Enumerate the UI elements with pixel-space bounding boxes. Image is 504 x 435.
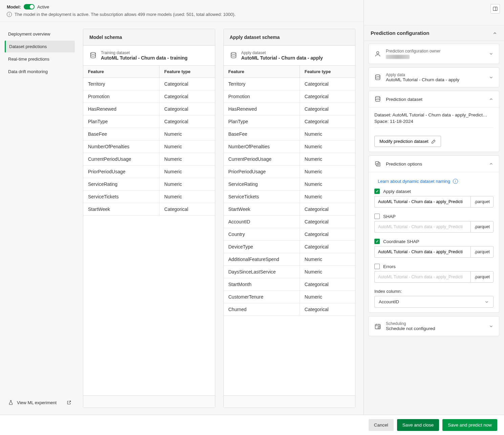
model-schema-rows: TerritoryCategoricalPromotionCategorical… bbox=[83, 78, 215, 395]
sidebar-item-dataset-predictions[interactable]: Dataset predictions bbox=[5, 41, 75, 52]
feature-type-cell: Numeric bbox=[300, 166, 355, 178]
feature-cell: StartWeek bbox=[224, 203, 300, 215]
feature-cell: Territory bbox=[83, 78, 159, 90]
feature-cell: CurrentPeriodUsage bbox=[224, 153, 300, 165]
table-row: ServiceTicketsNumeric bbox=[224, 191, 355, 203]
feature-type-cell: Numeric bbox=[300, 191, 355, 203]
table-row: TerritoryCategorical bbox=[83, 78, 215, 90]
save-and-predict-button[interactable]: Save and predict now bbox=[442, 419, 497, 431]
table-row: PlanTypeCategorical bbox=[83, 115, 215, 128]
model-status-bar: Model: Active i The model in the deploym… bbox=[0, 0, 364, 22]
feature-type-cell: Numeric bbox=[300, 253, 355, 265]
table-row: DeviceTypeCategorical bbox=[224, 241, 355, 253]
feature-cell: ServiceRating bbox=[83, 178, 159, 190]
sidebar-item-realtime-predictions[interactable]: Real-time predictions bbox=[5, 53, 75, 65]
chevron-down-icon bbox=[489, 324, 494, 329]
model-info-text: The model in the deployment is active. T… bbox=[15, 12, 236, 18]
apply-data-label: Apply data bbox=[386, 72, 459, 77]
feature-type-cell: Categorical bbox=[300, 278, 355, 290]
feature-type-cell: Categorical bbox=[300, 90, 355, 103]
feature-type-cell: Categorical bbox=[159, 203, 215, 215]
table-row: NumberOfPenaltiesNumeric bbox=[224, 140, 355, 153]
file-ext: .parquet bbox=[470, 221, 494, 233]
cancel-button[interactable]: Cancel bbox=[369, 419, 394, 431]
feature-type-cell: Numeric bbox=[300, 178, 355, 190]
table-row: PriorPeriodUsageNumeric bbox=[224, 166, 355, 178]
errors-checkbox[interactable] bbox=[374, 264, 380, 269]
table-row: CurrentPeriodUsageNumeric bbox=[224, 153, 355, 166]
shap-filename-input bbox=[374, 221, 470, 233]
owner-card[interactable]: Prediction configuration owner bbox=[369, 44, 499, 64]
sidebar-item-data-drift[interactable]: Data drift monitoring bbox=[5, 66, 75, 78]
apply-dataset-filename-input[interactable] bbox=[374, 196, 470, 208]
panel-collapse-button[interactable] bbox=[490, 4, 500, 14]
svg-point-6 bbox=[375, 96, 380, 98]
apply-dataset-opt-label: Apply dataset bbox=[383, 189, 411, 194]
feature-cell: Promotion bbox=[83, 90, 159, 103]
database-icon bbox=[230, 52, 237, 59]
apply-dataset-name: AutoML Tutorial - Churn data - apply bbox=[241, 55, 323, 61]
user-icon bbox=[374, 50, 381, 57]
scheduling-label: Scheduling bbox=[386, 321, 435, 326]
apply-schema-title: Apply dataset schema bbox=[224, 29, 355, 46]
chevron-down-icon bbox=[489, 75, 494, 80]
options-icon bbox=[374, 160, 381, 167]
save-and-close-button[interactable]: Save and close bbox=[397, 419, 439, 431]
table-row: HasRenewedCategorical bbox=[224, 103, 355, 115]
owner-value-redacted bbox=[386, 55, 410, 59]
coord-shap-opt-label: Coordinate SHAP bbox=[383, 239, 419, 244]
feature-type-cell: Categorical bbox=[159, 90, 215, 103]
apply-data-card[interactable]: Apply data AutoML Tutorial - Churn data … bbox=[369, 67, 499, 87]
apply-schema-rows: TerritoryCategoricalPromotionCategorical… bbox=[224, 78, 355, 395]
feature-cell: Churned bbox=[224, 303, 300, 316]
prediction-dataset-space: Space: 11-18-2024 bbox=[374, 119, 494, 124]
info-icon: i bbox=[7, 12, 12, 17]
table-row: AccountIDCategorical bbox=[224, 216, 355, 228]
feature-cell: AdditionalFeatureSpend bbox=[224, 253, 300, 265]
feature-cell: Territory bbox=[224, 78, 300, 90]
prediction-config-title: Prediction configuration bbox=[371, 30, 429, 36]
chevron-up-icon[interactable] bbox=[492, 31, 497, 36]
feature-cell: HasRenewed bbox=[83, 103, 159, 115]
prediction-config-panel: Prediction configuration Prediction conf… bbox=[364, 0, 504, 415]
feature-type-cell: Numeric bbox=[159, 140, 215, 153]
database-icon bbox=[89, 52, 97, 59]
feature-cell: CurrentPeriodUsage bbox=[83, 153, 159, 165]
shap-checkbox[interactable] bbox=[374, 214, 380, 219]
table-row: ChurnedCategorical bbox=[224, 303, 355, 316]
chevron-down-icon bbox=[484, 300, 489, 304]
feature-type-cell: Numeric bbox=[300, 128, 355, 140]
feature-cell: Country bbox=[224, 228, 300, 240]
coord-shap-filename-input[interactable] bbox=[374, 246, 470, 258]
table-row: StartMonthCategorical bbox=[224, 278, 355, 291]
sidebar-item-deployment-overview[interactable]: Deployment overview bbox=[5, 28, 75, 40]
feature-cell: ServiceRating bbox=[224, 178, 300, 190]
calendar-icon bbox=[374, 323, 381, 330]
table-row: StartWeekCategorical bbox=[224, 203, 355, 216]
modify-prediction-dataset-button[interactable]: Modify prediction dataset bbox=[374, 136, 441, 147]
apply-dataset-label: Apply dataset bbox=[241, 50, 323, 55]
feature-type-cell: Numeric bbox=[159, 128, 215, 140]
errors-filename-input bbox=[374, 271, 470, 283]
feature-cell: StartMonth bbox=[224, 278, 300, 290]
footer-actions: Cancel Save and close Save and predict n… bbox=[0, 415, 504, 435]
learn-dynamic-naming-link[interactable]: Learn about dynamic dataset naming i bbox=[378, 178, 494, 184]
feature-type-cell: Categorical bbox=[300, 103, 355, 115]
chevron-up-icon bbox=[489, 97, 494, 102]
scheduling-card[interactable]: Scheduling Schedule not configured bbox=[369, 316, 499, 336]
model-schema-title: Model schema bbox=[83, 29, 215, 46]
errors-opt-label: Errors bbox=[383, 264, 396, 269]
coord-shap-checkbox[interactable] bbox=[374, 239, 380, 244]
info-icon: i bbox=[453, 179, 458, 184]
feature-type-cell: Categorical bbox=[300, 228, 355, 240]
model-active-toggle[interactable] bbox=[24, 4, 35, 9]
file-ext: .parquet bbox=[470, 271, 494, 283]
view-ml-experiment-link[interactable]: View ML experiment bbox=[5, 396, 75, 409]
feature-type-cell: Categorical bbox=[300, 216, 355, 228]
col-feature: Feature bbox=[224, 66, 300, 78]
apply-dataset-checkbox[interactable] bbox=[374, 189, 380, 194]
index-column-select[interactable]: AccountID bbox=[374, 296, 494, 308]
table-row: PlanTypeCategorical bbox=[224, 115, 355, 128]
shap-opt-label: SHAP bbox=[383, 214, 396, 219]
feature-cell: NumberOfPenalties bbox=[83, 140, 159, 153]
